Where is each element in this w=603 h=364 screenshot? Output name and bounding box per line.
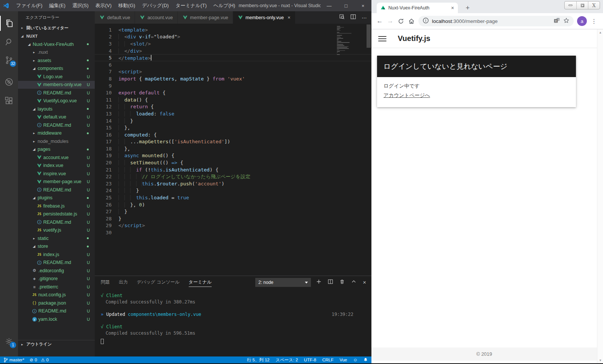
- panel-tab-出力[interactable]: 出力: [119, 278, 128, 287]
- code-line-10[interactable]: 10export default {: [95, 89, 371, 96]
- tab-close-icon[interactable]: ×: [451, 5, 454, 11]
- profile-avatar[interactable]: a: [577, 16, 587, 26]
- code-line-13[interactable]: 13 loaded: false: [95, 110, 371, 117]
- status-item[interactable]: 行 5、列 12: [247, 357, 270, 363]
- tree-item-store[interactable]: ◢store: [18, 243, 95, 251]
- browser-menu-icon[interactable]: ⋮: [588, 18, 600, 25]
- code-line-27[interactable]: 27 }: [95, 208, 371, 215]
- tree-item-components[interactable]: ◢components: [18, 65, 95, 73]
- code-line-25[interactable]: 25 this.loaded = true: [95, 194, 371, 201]
- code-line-17[interactable]: 17 ...mapGetters(['isAuthenticated']): [95, 138, 371, 146]
- address-bar[interactable]: localhost:3000/member-page A文: [418, 16, 574, 26]
- split-terminal-icon[interactable]: [328, 279, 333, 286]
- tree-item-nuxt.config.js[interactable]: JSnuxt.config.jsU: [18, 291, 95, 299]
- code-line-26[interactable]: 26 }, 0): [95, 201, 371, 208]
- code-line-2[interactable]: 2 <div v-if="loaded">: [95, 33, 371, 41]
- search-icon[interactable]: [0, 35, 18, 50]
- tree-item-pages[interactable]: ◢pages: [18, 146, 95, 154]
- close-button[interactable]: ×: [355, 0, 371, 11]
- tree-item-README.md[interactable]: README.mdU: [18, 307, 95, 315]
- tree-item-middleware[interactable]: ▸middleware: [18, 129, 95, 138]
- editor-tab-default.vue[interactable]: default.vue: [95, 11, 135, 24]
- scroll-up-icon[interactable]: ▲: [597, 29, 603, 35]
- new-terminal-icon[interactable]: [316, 279, 321, 286]
- tree-item-account.vue[interactable]: account.vueU: [18, 153, 95, 162]
- close-button[interactable]: X: [588, 2, 600, 9]
- menu-ファイル(F)[interactable]: ファイル(F): [13, 3, 46, 8]
- tree-item-layouts[interactable]: ◢layouts: [18, 105, 95, 113]
- status-item[interactable]: UTF-8: [304, 358, 317, 362]
- tree-item-index.js[interactable]: JSindex.jsU: [18, 250, 95, 259]
- extensions-icon[interactable]: [0, 93, 18, 108]
- translate-icon[interactable]: A文: [554, 17, 560, 25]
- tree-item-README.md[interactable]: README.mdU: [18, 89, 95, 97]
- debug-icon[interactable]: [0, 74, 18, 89]
- code-line-16[interactable]: 16 computed: {: [95, 131, 371, 138]
- code-editor[interactable]: 1<template>2 <div v-if="loaded">3 <slot/…: [95, 24, 371, 276]
- editor-tab-member-page.vue[interactable]: member-page.vue: [178, 11, 233, 24]
- open-preview-icon[interactable]: [339, 14, 345, 21]
- menu-編集(E)[interactable]: 編集(E): [46, 3, 69, 8]
- code-line-11[interactable]: 11 data() {: [95, 96, 371, 103]
- hamburger-menu-icon[interactable]: [378, 35, 386, 42]
- settings-gear-icon[interactable]: 1: [0, 334, 18, 349]
- browser-tab[interactable]: Nuxt-Vuex-FireAuth ×: [377, 3, 458, 13]
- code-line-12[interactable]: 12 return {: [95, 103, 371, 111]
- code-line-24[interactable]: 24 }: [95, 187, 371, 194]
- kill-terminal-icon[interactable]: [339, 279, 345, 286]
- maximize-panel-icon[interactable]: [351, 279, 356, 286]
- workspace-root-section[interactable]: ◢ NUXT: [18, 32, 95, 40]
- more-actions-icon[interactable]: ⋯: [362, 15, 367, 21]
- panel-tab-デバッグ コンソール[interactable]: デバッグ コンソール: [137, 278, 180, 287]
- tree-item-static[interactable]: ▸static: [18, 234, 95, 243]
- new-tab-button[interactable]: +: [463, 3, 472, 12]
- tree-item-yarn.lock[interactable]: yyarn.lockU: [18, 315, 95, 323]
- code-line-3[interactable]: 3 <slot/>: [95, 40, 371, 47]
- tree-item-member-page.vue[interactable]: member-page.vueU: [18, 178, 95, 186]
- menu-デバッグ(D)[interactable]: デバッグ(D): [139, 3, 172, 8]
- problems-status[interactable]: ⊘ 0 ⚠ 0: [30, 357, 49, 362]
- panel-tab-問題[interactable]: 問題: [101, 278, 110, 287]
- tree-item-.prettierrc[interactable]: ≡.prettierrcU: [18, 283, 95, 291]
- source-control-icon[interactable]: 32: [0, 53, 18, 68]
- forward-icon[interactable]: →: [385, 16, 395, 26]
- tree-item-.editorconfig[interactable]: ⚙.editorconfigU: [18, 267, 95, 275]
- git-branch-status[interactable]: master*: [4, 358, 24, 362]
- tree-item-inspire.vue[interactable]: inspire.vueU: [18, 170, 95, 178]
- reload-icon[interactable]: [395, 16, 406, 26]
- code-line-23[interactable]: 23 this.$router.push('account'): [95, 180, 371, 187]
- editor-scrollbar[interactable]: [367, 24, 371, 48]
- tree-item-members-only.vue[interactable]: members-only.vueU: [18, 81, 95, 89]
- bookmark-star-icon[interactable]: [563, 17, 570, 25]
- terminal-select[interactable]: 2: node: [255, 278, 311, 287]
- editor-tab-account.vue[interactable]: account.vue: [135, 11, 177, 24]
- site-info-icon[interactable]: [423, 17, 429, 25]
- tree-item-Nuxt-Vuex-FireAuth[interactable]: ◢Nuxt-Vuex-FireAuth: [18, 40, 95, 49]
- editor-tab-members-only.vue[interactable]: members-only.vue×: [233, 11, 295, 24]
- tree-item-node_modules[interactable]: ▸node_modules: [18, 137, 95, 146]
- outline-section[interactable]: ▸ アウトライン: [18, 340, 95, 348]
- account-page-link[interactable]: アカウントページへ: [383, 92, 430, 99]
- code-line-18[interactable]: 18 },: [95, 145, 371, 152]
- tree-item-firebase.js[interactable]: JSfirebase.jsU: [18, 202, 95, 210]
- tree-item-vuetify.js[interactable]: JSvuetify.jsU: [18, 226, 95, 235]
- maximize-button[interactable]: □: [338, 0, 355, 11]
- tree-item-README.md[interactable]: README.mdU: [18, 218, 95, 226]
- menu-表示(V)[interactable]: 表示(V): [92, 3, 115, 8]
- status-item[interactable]: スペース: 2: [276, 357, 298, 363]
- feedback-smiley-icon[interactable]: ☺: [353, 358, 358, 362]
- tree-item-.nuxt[interactable]: ▸.nuxt: [18, 49, 95, 57]
- scroll-down-icon[interactable]: ▼: [597, 357, 603, 363]
- tree-item-assets[interactable]: ▸assets: [18, 56, 95, 65]
- tree-item-Logo.vue[interactable]: Logo.vueU: [18, 73, 95, 81]
- tree-item-persistedstate.js[interactable]: JSpersistedstate.jsU: [18, 210, 95, 218]
- status-item[interactable]: CRLF: [322, 358, 333, 362]
- tree-item-package.json[interactable]: {}package.jsonU: [18, 299, 95, 307]
- code-line-1[interactable]: 1<template>: [95, 26, 371, 33]
- minimize-button[interactable]: —: [321, 0, 338, 11]
- code-line-29[interactable]: 29</script>: [95, 222, 371, 229]
- back-icon[interactable]: ←: [374, 16, 385, 26]
- tree-item-index.vue[interactable]: index.vueU: [18, 162, 95, 170]
- code-line-5[interactable]: 5</template>: [95, 54, 371, 61]
- menu-選択(S)[interactable]: 選択(S): [69, 3, 92, 8]
